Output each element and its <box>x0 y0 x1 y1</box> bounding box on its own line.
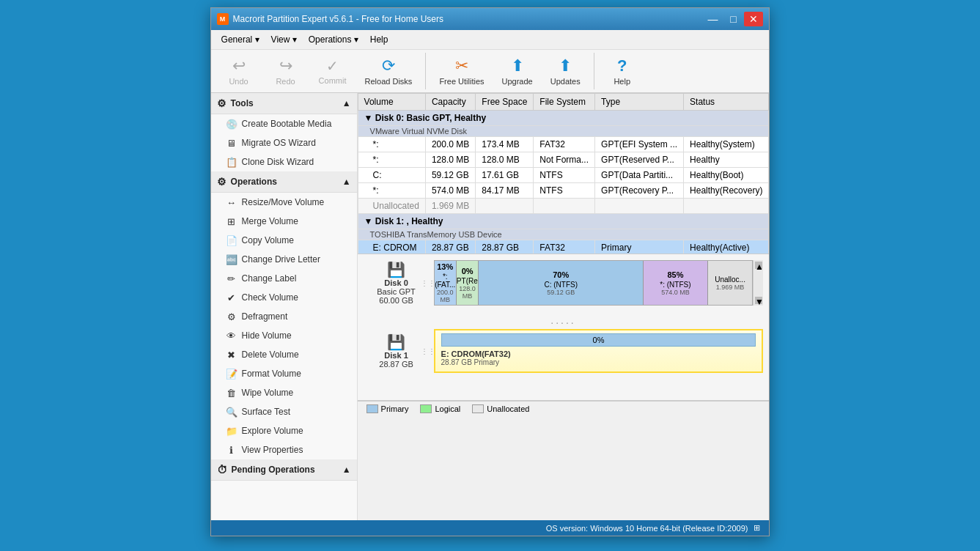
toolbar-divider-1 <box>425 53 426 89</box>
operations-section-items: ↔ Resize/Move Volume ⊞ Merge Volume 📄 Co… <box>211 193 357 459</box>
surface-test-label: Surface Test <box>242 407 351 417</box>
sidebar: ⚙ Tools ▲ 💿 Create Bootable Media 🖥 Migr… <box>211 93 358 520</box>
sidebar-item-format-volume[interactable]: 📝 Format Volume <box>211 364 357 383</box>
disk-header-row[interactable]: ▼ Disk 0: Basic GPT, Healthy <box>358 111 769 126</box>
menu-view-label: View ▾ <box>271 34 297 45</box>
disk1-part-visual[interactable]: 0% E: CDROM(FAT32) 28.87 GB Primary <box>434 329 764 373</box>
status-icon: ⊞ <box>754 523 760 533</box>
disk0-part-c[interactable]: 70% C: (NTFS) 59.12 GB <box>479 261 644 305</box>
status-text: OS version: Windows 10 Home 64-bit (Rele… <box>546 524 748 533</box>
sidebar-item-hide-volume[interactable]: 👁 Hide Volume <box>211 326 357 345</box>
sidebar-item-change-drive-letter[interactable]: 🔤 Change Drive Letter <box>211 250 357 269</box>
upgrade-button[interactable]: ⬆ Upgrade <box>495 53 540 89</box>
status-bar: OS version: Windows 10 Home 64-bit (Rele… <box>211 520 770 536</box>
pending-icon: ⏱ <box>217 464 227 476</box>
scroll-up[interactable]: ▲ <box>755 262 762 269</box>
free-utilities-button[interactable]: ✂ Free Utilities <box>432 53 491 89</box>
menu-general[interactable]: General ▾ <box>217 33 264 46</box>
legend-logical: Logical <box>420 404 460 413</box>
minimize-button[interactable]: — <box>703 12 722 26</box>
table-row[interactable]: C: 59.12 GB 17.61 GB NTFS GPT(Data Parti… <box>358 168 769 183</box>
sidebar-section-pending[interactable]: ⏱ Pending Operations ▲ <box>211 459 357 481</box>
sidebar-item-clone-disk[interactable]: 📋 Clone Disk Wizard <box>211 152 357 171</box>
sidebar-item-migrate-os[interactable]: 🖥 Migrate OS Wizard <box>211 133 357 152</box>
disk0-name: Disk 0 <box>384 278 408 287</box>
disk0-parts: 13% *: (FAT... 200.0 MB 0% GPT(Re... 128… <box>434 260 754 306</box>
disk1-name: Disk 1 <box>384 351 408 360</box>
menu-operations[interactable]: Operations ▾ <box>304 33 363 46</box>
delete-volume-icon: ✖ <box>226 349 237 360</box>
sidebar-item-merge-volume[interactable]: ⊞ Merge Volume <box>211 212 357 231</box>
undo-button[interactable]: ↩ Undo <box>217 53 261 89</box>
menu-help[interactable]: Help <box>366 33 393 46</box>
disk0-c-pct: 70% <box>553 270 569 279</box>
disk1-usage-bar: 0% <box>441 333 756 347</box>
migrate-os-label: Migrate OS Wizard <box>242 138 351 148</box>
table-row[interactable]: *: 574.0 MB 84.17 MB NTFS GPT(Recovery P… <box>358 183 769 199</box>
sidebar-item-surface-test[interactable]: 🔍 Surface Test <box>211 402 357 421</box>
sidebar-item-delete-volume[interactable]: ✖ Delete Volume <box>211 345 357 364</box>
tools-collapse-icon: ▲ <box>342 98 351 108</box>
updates-button[interactable]: ⬆ Updates <box>543 53 588 89</box>
pending-collapse-icon: ▲ <box>342 465 351 475</box>
updates-icon: ⬆ <box>559 56 572 75</box>
disk-header-row[interactable]: ▼ Disk 1: , Healthy <box>358 214 769 229</box>
sidebar-item-defragment[interactable]: ⚙ Defragment <box>211 307 357 326</box>
col-file-system: File System <box>534 94 595 111</box>
commit-button[interactable]: ✓ Commit <box>311 54 355 88</box>
disk0-part-unalloc[interactable]: Unalloc... 1.969 MB <box>708 261 753 305</box>
sidebar-item-create-bootable[interactable]: 💿 Create Bootable Media <box>211 114 357 133</box>
menu-bar: General ▾ View ▾ Operations ▾ Help <box>211 30 770 50</box>
sidebar-item-check-volume[interactable]: ✔ Check Volume <box>211 288 357 307</box>
content-area: ⚙ Tools ▲ 💿 Create Bootable Media 🖥 Migr… <box>211 93 770 520</box>
disk0-efi-size: 200.0 MB <box>436 289 454 303</box>
view-properties-label: View Properties <box>242 445 351 455</box>
col-status: Status <box>684 94 769 111</box>
legend-unalloc-box <box>472 404 484 413</box>
disk0-unalloc-name: Unalloc... <box>715 276 745 284</box>
toolbar: ↩ Undo ↪ Redo ✓ Commit ⟳ Reload Disks ✂ … <box>211 50 770 93</box>
wipe-volume-icon: 🗑 <box>226 387 237 399</box>
reload-disks-button[interactable]: ⟳ Reload Disks <box>358 53 420 89</box>
surface-test-icon: 🔍 <box>226 406 237 418</box>
close-button[interactable]: ✕ <box>744 12 763 26</box>
disk0-c-name: C: (NTFS) <box>544 281 578 289</box>
disk0-efi-pct: 13% <box>437 262 453 271</box>
clone-disk-label: Clone Disk Wizard <box>242 157 351 167</box>
tools-section-items: 💿 Create Bootable Media 🖥 Migrate OS Wiz… <box>211 114 357 171</box>
partition-table[interactable]: Volume Capacity Free Space File System T… <box>358 93 770 254</box>
table-row[interactable]: E: CDROM 28.87 GB 28.87 GB FAT32 Primary… <box>358 240 769 255</box>
sidebar-section-operations[interactable]: ⚙ Operations ▲ <box>211 171 357 193</box>
check-volume-icon: ✔ <box>226 292 237 303</box>
disk0-part-recovery[interactable]: 85% *: (NTFS) 574.0 MB <box>644 261 707 305</box>
disk1-drive-icon: 💾 <box>387 333 405 351</box>
window-controls: — □ ✕ <box>703 12 763 26</box>
sidebar-item-explore-volume[interactable]: 📁 Explore Volume <box>211 421 357 440</box>
help-icon: ? <box>617 56 627 75</box>
app-icon: M <box>217 13 229 25</box>
maximize-button[interactable]: □ <box>723 12 743 26</box>
menu-view[interactable]: View ▾ <box>267 33 301 46</box>
hide-volume-icon: 👁 <box>226 330 237 341</box>
table-row[interactable]: Unallocated 1.969 MB <box>358 199 769 214</box>
scroll-down[interactable]: ▼ <box>755 297 762 304</box>
disk0-part-efi[interactable]: 13% *: (FAT... 200.0 MB <box>435 261 457 305</box>
sidebar-item-copy-volume[interactable]: 📄 Copy Volume <box>211 231 357 250</box>
sidebar-section-tools[interactable]: ⚙ Tools ▲ <box>211 93 357 114</box>
redo-button[interactable]: ↪ Redo <box>264 53 308 89</box>
disk0-size: 60.00 GB <box>379 296 413 305</box>
redo-icon: ↪ <box>279 56 292 75</box>
disk0-scrollbar[interactable]: ▲ ▼ <box>753 260 763 306</box>
upgrade-icon: ⬆ <box>511 56 524 75</box>
help-button[interactable]: ? Help <box>600 53 644 89</box>
defragment-label: Defragment <box>242 311 351 322</box>
disk0-part-gpt[interactable]: 0% GPT(Re... 128.0 MB <box>457 261 479 305</box>
sidebar-item-change-label[interactable]: ✏ Change Label <box>211 269 357 288</box>
sidebar-item-resize-move[interactable]: ↔ Resize/Move Volume <box>211 193 357 212</box>
table-row[interactable]: *: 128.0 MB 128.0 MB Not Forma... GPT(Re… <box>358 152 769 168</box>
sidebar-item-view-properties[interactable]: ℹ View Properties <box>211 440 357 459</box>
sidebar-item-wipe-volume[interactable]: 🗑 Wipe Volume <box>211 383 357 402</box>
delete-volume-label: Delete Volume <box>242 350 351 360</box>
table-row[interactable]: *: 200.0 MB 173.4 MB FAT32 GPT(EFI Syste… <box>358 137 769 152</box>
change-drive-letter-label: Change Drive Letter <box>242 254 351 265</box>
